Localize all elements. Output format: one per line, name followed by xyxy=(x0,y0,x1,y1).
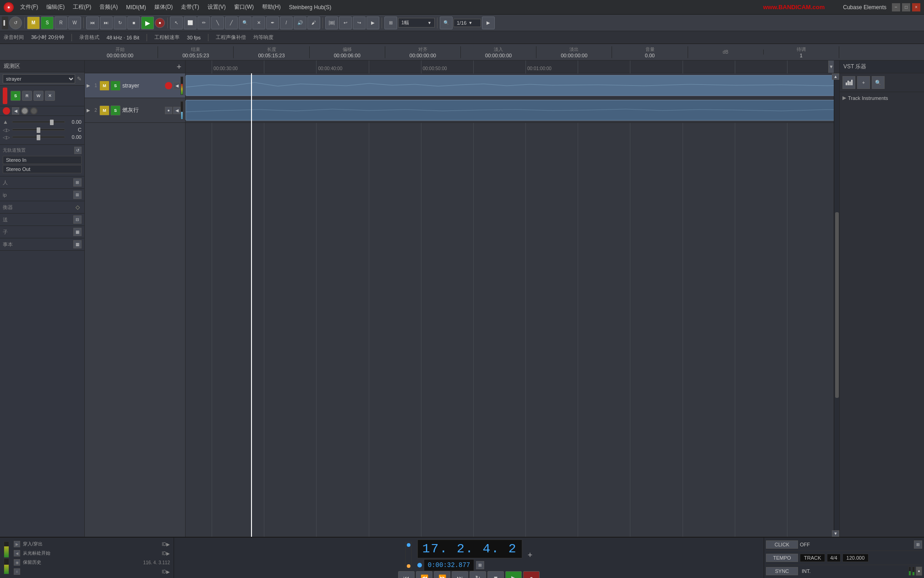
vst-search-btn[interactable]: 🔍 xyxy=(872,76,885,89)
menu-transport[interactable]: 走带(T) xyxy=(177,2,202,12)
m-button[interactable]: M xyxy=(27,17,40,29)
track-record-btn[interactable] xyxy=(3,107,10,115)
volume-thumb[interactable] xyxy=(50,120,54,125)
record-transport-btn[interactable]: ● xyxy=(523,571,540,578)
menu-window[interactable]: 窗口(W) xyxy=(230,2,257,12)
send-fader[interactable] xyxy=(12,136,65,138)
sync-label[interactable]: SYNC xyxy=(766,567,798,575)
tempo-label[interactable]: TEMPO xyxy=(766,554,798,562)
stereo-in-selector[interactable]: Stereo In xyxy=(3,156,82,164)
sync-knob[interactable]: ● xyxy=(916,567,922,576)
s-button[interactable]: S xyxy=(41,17,54,29)
quantize-selector[interactable]: 1/16 ▼ xyxy=(454,19,481,27)
sub-btn[interactable]: ▦ xyxy=(73,228,82,236)
track-knob2[interactable] xyxy=(30,107,38,115)
stop-transport-btn[interactable]: ■ xyxy=(487,571,504,578)
click-icon[interactable]: ⊞ xyxy=(914,540,922,549)
cycle-transport-btn[interactable]: ↻ xyxy=(470,571,486,578)
add-track-btn[interactable]: + xyxy=(176,63,181,71)
play-btn[interactable]: ▶ xyxy=(141,17,154,29)
arrange-area[interactable]: 00:00:30:00 00:00:40:00 00:00:50:00 00:0… xyxy=(186,61,839,537)
brush-tool[interactable]: 🖌 xyxy=(307,17,320,29)
zoom-tool[interactable]: 🔍 xyxy=(239,17,252,29)
track-2-m-btn[interactable]: M xyxy=(99,105,109,116)
toolbar-toggle-btn[interactable]: ▌ xyxy=(2,17,8,29)
track-1-monitor-btn[interactable]: ◀ xyxy=(173,82,180,89)
track-monitor-btn[interactable]: ◀ xyxy=(12,107,19,115)
track-x-btn[interactable]: ✕ xyxy=(45,91,55,101)
back-btn[interactable]: ⏪ xyxy=(416,571,432,578)
track-instruments-header[interactable]: ▶ Track Instruments xyxy=(842,95,921,101)
ffwd-btn[interactable]: ⏭ xyxy=(452,571,468,578)
track-1-m-btn[interactable]: M xyxy=(99,81,109,91)
menu-edit[interactable]: 编辑(E) xyxy=(43,2,68,12)
scroll-arrow-down[interactable]: ▼ xyxy=(832,530,839,537)
track-item-1[interactable]: ▶ 1 M S strayer ◀ xyxy=(85,73,185,98)
row-2-icon[interactable]: ◀ xyxy=(14,550,20,556)
stop-btn[interactable]: ■ xyxy=(127,17,140,29)
undo-btn[interactable]: ↩ xyxy=(339,17,352,29)
row-4-icon[interactable]: ≡ xyxy=(14,568,20,575)
vst-bars-btn[interactable] xyxy=(842,76,855,89)
track-2-expand[interactable]: ▶ xyxy=(87,108,90,113)
menu-devices[interactable]: 设置(V) xyxy=(204,2,230,12)
skip-start-btn[interactable]: ⏮ xyxy=(86,17,99,29)
pencil-tool[interactable]: ✒ xyxy=(266,17,279,29)
row-3-icon[interactable]: ◉ xyxy=(14,559,20,566)
track-item-2[interactable]: ▶ 2 M S 燃灰行 ● ◀ xyxy=(85,98,185,123)
w-button[interactable]: W xyxy=(68,17,81,29)
search-btn[interactable]: 🔍 xyxy=(440,17,453,29)
grid-btn[interactable]: ⊞ xyxy=(384,17,397,29)
track-1-expand[interactable]: ▶ xyxy=(87,83,90,88)
l-marker[interactable] xyxy=(407,543,410,547)
more-btn[interactable]: ▶ xyxy=(366,17,379,29)
speaker-tool[interactable]: 🔊 xyxy=(294,17,306,29)
strip-btn[interactable]: ⊞ xyxy=(73,191,82,199)
track-knob[interactable] xyxy=(21,107,28,115)
menu-midi[interactable]: MIDI(M) xyxy=(122,3,149,11)
track-r-btn[interactable]: R xyxy=(22,91,32,101)
routing-reset-icon[interactable]: ↺ xyxy=(74,147,82,154)
scroll-indicator[interactable] xyxy=(835,212,839,397)
track-2-monitor-btn[interactable]: ◀ xyxy=(173,107,180,114)
volume-fader[interactable] xyxy=(12,121,65,123)
eq-btn[interactable]: ◇ xyxy=(73,203,82,211)
track-1-rec-btn[interactable] xyxy=(165,82,172,89)
frames-selector[interactable]: 1幅 ▼ xyxy=(398,18,435,28)
track-edit-btn[interactable]: ✎ xyxy=(77,76,82,82)
track-dropdown[interactable]: strayer xyxy=(3,74,75,83)
menu-steinberg-hub[interactable]: Steinberg Hub(S) xyxy=(285,3,335,11)
record-btn[interactable]: ● xyxy=(155,18,165,28)
menu-media[interactable]: 媒体(D) xyxy=(151,2,177,12)
quantize-arrow[interactable]: ▶ xyxy=(482,17,495,29)
sync-btn[interactable]: ↺ xyxy=(9,17,22,29)
menu-project[interactable]: 工程(P) xyxy=(69,2,95,12)
send-thumb[interactable] xyxy=(37,135,40,140)
cycle-btn[interactable]: ↻ xyxy=(114,17,126,29)
playhead[interactable] xyxy=(251,73,252,537)
track-s-btn[interactable]: S xyxy=(11,91,21,101)
select-tool[interactable]: ↖ xyxy=(170,17,183,29)
track-2-s-btn[interactable]: S xyxy=(110,105,120,116)
ruler-scroll-down[interactable]: ▼ xyxy=(828,61,834,73)
split-tool[interactable]: ╱ xyxy=(225,17,238,29)
fwd-btn[interactable]: ⏩ xyxy=(434,571,450,578)
send-add-btn[interactable]: ⊟ xyxy=(73,215,82,224)
notepad-btn[interactable]: ▦ xyxy=(73,240,82,248)
row-1-icon[interactable]: ▶ xyxy=(14,541,20,547)
menu-audio[interactable]: 音频(A) xyxy=(96,2,121,12)
maximize-button[interactable]: □ xyxy=(902,3,910,11)
pos-lock-btn[interactable]: ⊠ xyxy=(476,561,484,569)
audio-clip-2[interactable] xyxy=(186,100,839,121)
menu-help[interactable]: 帮助(H) xyxy=(258,2,284,12)
close-tool[interactable]: ✕ xyxy=(252,17,265,29)
draw-tool[interactable]: ✏ xyxy=(197,17,210,29)
range-tool[interactable]: ⬜ xyxy=(184,17,197,29)
track-w-btn[interactable]: W xyxy=(33,91,44,101)
r-button[interactable]: R xyxy=(55,17,67,29)
redo-btn[interactable]: ↪ xyxy=(353,17,366,29)
track-2-rec-btn[interactable]: ● xyxy=(165,107,172,114)
arrange-scrollbar[interactable]: ▲ ▼ xyxy=(834,73,839,537)
erase-tool[interactable]: ╲ xyxy=(211,17,224,29)
position-display[interactable]: 17. 2. 4. 2 xyxy=(417,539,522,558)
